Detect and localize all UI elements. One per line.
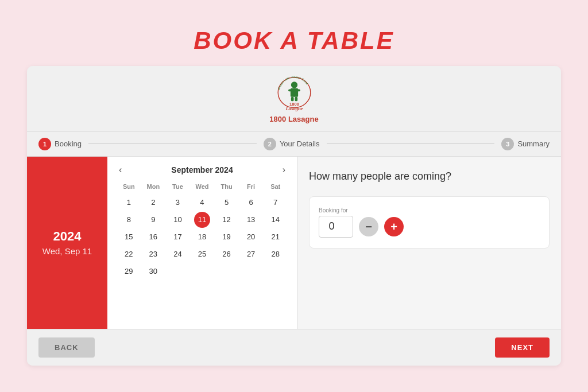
page-title: BOOK A TABLE xyxy=(194,27,394,55)
calendar-year: 2024 xyxy=(53,229,82,244)
day-fri: Fri xyxy=(239,182,264,191)
back-button[interactable]: BACK xyxy=(38,337,95,358)
calendar-day[interactable]: 5 xyxy=(219,195,235,211)
step-2-label: Your Details xyxy=(280,139,320,148)
card-footer: BACK NEXT xyxy=(27,329,561,366)
calendar-day[interactable]: 21 xyxy=(268,229,284,245)
calendar-day[interactable]: 17 xyxy=(169,229,185,245)
calendar-day[interactable]: 2 xyxy=(145,195,161,211)
step-2: 2 Your Details xyxy=(264,138,320,150)
calendar-day[interactable]: 27 xyxy=(243,246,259,262)
day-mon: Mon xyxy=(141,182,166,191)
calendar-day[interactable]: 9 xyxy=(145,212,161,228)
calendar-day[interactable]: 24 xyxy=(169,246,185,262)
step-line-2 xyxy=(327,143,495,144)
calendar-day[interactable]: 29 xyxy=(121,263,137,280)
svg-rect-5 xyxy=(291,96,293,101)
booking-card: 1800 Lasagne Always Late, Always Great 1… xyxy=(27,66,561,366)
calendar-panel: 2024 Wed, Sep 11 ‹ September 2024 › Sun … xyxy=(27,157,297,329)
calendar-day[interactable]: 30 xyxy=(145,263,161,280)
step-line-1 xyxy=(88,143,257,144)
calendar-day-names: Sun Mon Tue Wed Thu Fri Sat xyxy=(117,182,288,191)
count-plus-button[interactable]: + xyxy=(384,217,404,236)
day-sun: Sun xyxy=(117,182,141,191)
calendar-day[interactable]: 26 xyxy=(219,246,235,262)
step-3-circle: 3 xyxy=(501,138,514,150)
calendar-day[interactable]: 23 xyxy=(145,246,161,262)
step-1: 1 Booking xyxy=(38,138,82,150)
calendar-day[interactable]: 1 xyxy=(121,195,137,211)
calendar-day[interactable]: 7 xyxy=(268,195,284,211)
step-2-circle: 2 xyxy=(264,138,276,150)
day-tue: Tue xyxy=(165,182,190,191)
svg-point-1 xyxy=(291,81,297,88)
calendar-day[interactable]: 10 xyxy=(169,212,185,228)
calendar-grid: ‹ September 2024 › Sun Mon Tue Wed Thu F… xyxy=(107,157,297,329)
calendar-date: Wed, Sep 11 xyxy=(42,246,92,256)
booking-for-label: Booking for xyxy=(319,207,540,214)
next-button[interactable]: NEXT xyxy=(495,337,550,358)
calendar-day[interactable]: 14 xyxy=(268,212,284,228)
svg-rect-3 xyxy=(288,89,293,91)
calendar-day[interactable]: 16 xyxy=(145,229,161,245)
calendar-next-button[interactable]: › xyxy=(280,165,288,175)
calendar-header: ‹ September 2024 › xyxy=(117,165,288,175)
svg-text:Lasagne: Lasagne xyxy=(285,106,303,111)
count-minus-button[interactable]: − xyxy=(359,217,378,236)
calendar-day[interactable]: 19 xyxy=(219,229,235,245)
calendar-days: 1234567891011121314151617181920212223242… xyxy=(117,195,288,280)
card-header: 1800 Lasagne Always Late, Always Great 1… xyxy=(27,66,561,132)
restaurant-name: 1800 Lasagne xyxy=(269,115,318,123)
card-body: 2024 Wed, Sep 11 ‹ September 2024 › Sun … xyxy=(27,157,561,329)
day-thu: Thu xyxy=(214,182,239,191)
calendar-day[interactable]: 18 xyxy=(194,229,210,245)
restaurant-logo: 1800 Lasagne Always Late, Always Great xyxy=(270,76,319,114)
step-1-circle: 1 xyxy=(38,138,51,150)
booking-count-card: Booking for − + xyxy=(309,196,550,249)
svg-rect-6 xyxy=(295,96,297,101)
step-3-label: Summary xyxy=(517,139,550,148)
calendar-day[interactable]: 11 xyxy=(194,212,210,228)
day-sat: Sat xyxy=(263,182,288,191)
step-3: 3 Summary xyxy=(501,138,550,150)
calendar-day[interactable]: 25 xyxy=(194,246,210,262)
calendar-day[interactable]: 28 xyxy=(268,246,284,262)
calendar-day[interactable]: 6 xyxy=(243,195,259,211)
calendar-month-label: September 2024 xyxy=(171,165,233,174)
count-input[interactable] xyxy=(319,216,353,238)
date-display: 2024 Wed, Sep 11 xyxy=(27,157,107,329)
page-wrapper: BOOK A TABLE 1800 La xyxy=(0,0,588,392)
day-wed: Wed xyxy=(190,182,215,191)
count-row: − + xyxy=(319,216,540,238)
step-1-label: Booking xyxy=(55,139,82,148)
booking-question: How many people are coming? xyxy=(309,170,550,183)
booking-panel: How many people are coming? Booking for … xyxy=(297,157,561,329)
calendar-day[interactable]: 8 xyxy=(121,212,137,228)
svg-rect-4 xyxy=(296,89,300,91)
calendar-day[interactable]: 22 xyxy=(121,246,137,262)
logo-container: 1800 Lasagne Always Late, Always Great 1… xyxy=(269,76,318,123)
calendar-day[interactable]: 3 xyxy=(169,195,185,211)
calendar-day[interactable]: 20 xyxy=(243,229,259,245)
calendar-day[interactable]: 12 xyxy=(219,212,235,228)
calendar-prev-button[interactable]: ‹ xyxy=(117,165,124,175)
calendar-day[interactable]: 15 xyxy=(121,229,137,245)
calendar-day[interactable]: 13 xyxy=(243,212,259,228)
steps-bar: 1 Booking 2 Your Details 3 Summary xyxy=(27,132,561,157)
calendar-day[interactable]: 4 xyxy=(194,195,210,211)
